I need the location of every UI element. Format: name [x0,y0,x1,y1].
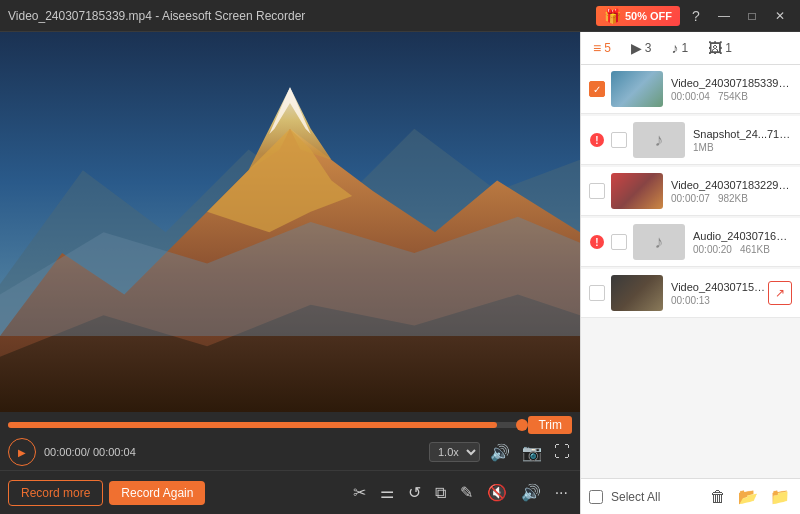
file-checkbox-4[interactable] [611,234,627,250]
file-meta-5: 00:00:13 [671,295,768,306]
file-list: ✓ Video_240307185339.mp4 00:00:04 754KB [581,65,800,478]
playback-controls: ▶ 00:00:00/ 00:00:04 1.0x 0.5x 1.5x 2.0x… [8,438,572,466]
progress-track[interactable] [8,422,522,428]
file-name-5: Video_240307154314.mp4 [671,281,768,293]
record-again-button[interactable]: Record Again [109,481,205,505]
file-info-4: Audio_240307160615.mp3 00:00:20 461KB [693,230,792,255]
file-meta-3: 00:00:07 982KB [671,193,792,204]
file-duration-3: 00:00:07 [671,193,710,204]
close-button[interactable]: ✕ [768,4,792,28]
list-item[interactable]: Video_240307154314.mp4 00:00:13 ↗ [581,269,800,318]
minimize-button[interactable]: — [712,4,736,28]
controls-bar: Trim ▶ 00:00:00/ 00:00:04 1.0x 0.5x 1.5x… [0,412,580,470]
file-info-1: Video_240307185339.mp4 00:00:04 754KB [671,77,792,102]
folder-open-icon[interactable]: 📂 [736,485,760,508]
video-thumbnail-5 [611,275,663,311]
gift-icon: 🎁 [604,8,621,24]
main-layout: Trim ▶ 00:00:00/ 00:00:04 1.0x 0.5x 1.5x… [0,32,800,514]
file-meta-4: 00:00:20 461KB [693,244,792,255]
action-bar: Record more Record Again ✂ ⚌ ↺ ⧉ ✎ 🔇 🔊 ·… [0,470,580,514]
title-bar: Video_240307185339.mp4 - Aiseesoft Scree… [0,0,800,32]
file-name-2: Snapshot_24...7184042.png [693,128,792,140]
file-size-3: 982KB [718,193,748,204]
maximize-button[interactable]: □ [740,4,764,28]
file-panel-header: ≡ 5 ▶ 3 ♪ 1 🖼 1 [581,32,800,65]
file-duration-4: 00:00:20 [693,244,732,255]
file-info-2: Snapshot_24...7184042.png 1MB [693,128,792,153]
audio-tab-icon: ♪ [672,40,679,56]
volume-icon[interactable]: 🔊 [488,441,512,464]
audio-thumbnail-4: ♪ [633,224,685,260]
record-more-button[interactable]: Record more [8,480,103,506]
file-thumb-5 [611,275,663,311]
tab-audio[interactable]: ♪ 1 [668,38,693,58]
time-display: 00:00:00/ 00:00:04 [44,446,136,458]
progress-bar-container: Trim [8,416,572,434]
list-item[interactable]: ♪ Audio_240307160615.mp3 00:00:20 461KB [581,218,800,267]
file-panel: ≡ 5 ▶ 3 ♪ 1 🖼 1 ✓ [580,32,800,514]
trim-button[interactable]: Trim [528,416,572,434]
audio-thumbnail-2: ♪ [633,122,685,158]
edit-tool-button[interactable]: ✎ [456,479,477,506]
list-icon: ≡ [593,40,601,56]
file-name-1: Video_240307185339.mp4 [671,77,792,89]
adjust-tool-button[interactable]: ⚌ [376,479,398,506]
file-meta-2: 1MB [693,142,792,153]
delete-icon[interactable]: 🗑 [708,486,728,508]
tab-audio-count: 1 [682,41,689,55]
list-item[interactable]: ♪ Snapshot_24...7184042.png 1MB [581,116,800,165]
file-size-4: 461KB [740,244,770,255]
file-meta-1: 00:00:04 754KB [671,91,792,102]
tab-video[interactable]: ▶ 3 [627,38,656,58]
file-size-1: 754KB [718,91,748,102]
file-checkbox-1[interactable]: ✓ [589,81,605,97]
rotate-tool-button[interactable]: ↺ [404,479,425,506]
promo-badge[interactable]: 🎁 50% OFF [596,6,680,26]
folder-icon[interactable]: 📁 [768,485,792,508]
title-bar-right: 🎁 50% OFF ? — □ ✕ [596,4,792,28]
file-thumb-4: ♪ [633,224,685,260]
volume-tool-button[interactable]: 🔊 [517,479,545,506]
mute-tool-button[interactable]: 🔇 [483,479,511,506]
file-panel-footer: Select All 🗑 📂 📁 [581,478,800,514]
tab-image[interactable]: 🖼 1 [704,38,736,58]
video-thumbnail-1 [611,71,663,107]
select-all-label: Select All [611,490,660,504]
list-item[interactable]: Video_240307183229.mp4 00:00:07 982KB [581,167,800,216]
file-checkbox-3[interactable] [589,183,605,199]
cut-tool-button[interactable]: ✂ [349,479,370,506]
camera-icon[interactable]: 📷 [520,441,544,464]
file-checkbox-5[interactable] [589,285,605,301]
file-name-4: Audio_240307160615.mp3 [693,230,792,242]
progress-fill [8,422,497,428]
help-button[interactable]: ? [684,4,708,28]
file-thumb-3 [611,173,663,209]
file-info-5: Video_240307154314.mp4 00:00:13 [671,281,768,306]
video-tab-icon: ▶ [631,40,642,56]
file-thumb-2: ♪ [633,122,685,158]
file-info-3: Video_240307183229.mp4 00:00:07 982KB [671,179,792,204]
select-all-checkbox[interactable] [589,490,603,504]
fullscreen-icon[interactable]: ⛶ [552,441,572,463]
file-checkbox-2[interactable] [611,132,627,148]
progress-thumb [516,419,528,431]
list-item[interactable]: ✓ Video_240307185339.mp4 00:00:04 754KB [581,65,800,114]
copy-tool-button[interactable]: ⧉ [431,480,450,506]
file-duration-5: 00:00:13 [671,295,710,306]
error-indicator-2 [589,132,605,148]
tab-video-count: 3 [645,41,652,55]
promo-text: 50% OFF [625,10,672,22]
file-name-3: Video_240307183229.mp4 [671,179,792,191]
file-size-2: 1MB [693,142,714,153]
tab-all[interactable]: ≡ 5 [589,38,615,58]
speed-select[interactable]: 1.0x 0.5x 1.5x 2.0x [429,442,480,462]
file-thumb-1 [611,71,663,107]
error-indicator-4 [589,234,605,250]
app-title: Video_240307185339.mp4 - Aiseesoft Scree… [8,9,305,23]
more-tool-button[interactable]: ··· [551,480,572,506]
file-share-button-5[interactable]: ↗ [768,281,792,305]
play-button[interactable]: ▶ [8,438,36,466]
video-thumbnail-3 [611,173,663,209]
video-area [0,32,580,412]
tab-image-count: 1 [725,41,732,55]
